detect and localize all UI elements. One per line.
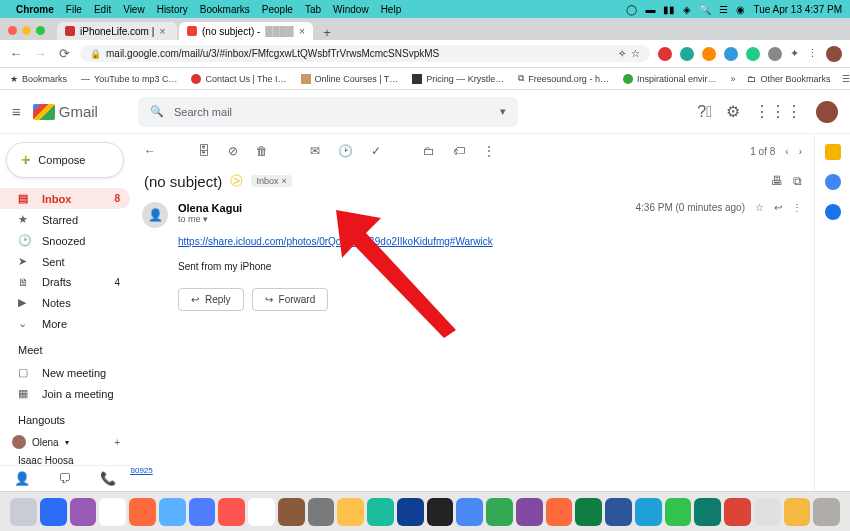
dock-app-icon[interactable] (605, 498, 632, 526)
profile-avatar[interactable] (826, 46, 842, 62)
dock-app-icon[interactable] (456, 498, 483, 526)
dock-app-icon[interactable] (10, 498, 37, 526)
dock-app-icon[interactable] (278, 498, 305, 526)
search-input[interactable]: 🔍 Search mail ▾ (138, 97, 518, 127)
extension-icon[interactable] (680, 47, 694, 61)
archive-icon[interactable]: 🗄 (198, 144, 210, 158)
apps-icon[interactable]: ⋮⋮⋮ (754, 102, 802, 121)
dock-app-icon[interactable] (754, 498, 781, 526)
hangouts-self[interactable]: Olena▾ + (0, 432, 130, 452)
dock-app-icon[interactable] (70, 498, 97, 526)
dock-app-icon[interactable] (694, 498, 721, 526)
keep-app-icon[interactable] (825, 174, 841, 190)
reply-button[interactable]: ↩Reply (178, 288, 244, 311)
extension-icon[interactable] (724, 47, 738, 61)
menubar-file[interactable]: File (66, 4, 82, 15)
extension-icon[interactable] (702, 47, 716, 61)
main-menu-icon[interactable]: ≡ (12, 103, 21, 120)
menubar-edit[interactable]: Edit (94, 4, 111, 15)
sidebar-item-notes[interactable]: ▶Notes (0, 292, 130, 313)
support-icon[interactable]: ?⃝ (697, 103, 712, 121)
dock-app-icon[interactable] (308, 498, 335, 526)
prev-icon[interactable]: ‹ (785, 146, 788, 157)
bookmark-item[interactable]: Inspirational envir… (623, 74, 717, 84)
meet-join[interactable]: ▦Join a meeting (0, 383, 130, 404)
dock-app-icon[interactable] (367, 498, 394, 526)
chrome-menu-icon[interactable]: ⋮ (807, 47, 818, 60)
star-icon[interactable]: ☆ (631, 48, 640, 59)
move-icon[interactable]: 🗀 (423, 144, 435, 158)
dock-app-icon[interactable] (516, 498, 543, 526)
spam-icon[interactable]: ⊘ (228, 144, 238, 158)
overflow-icon[interactable]: » (730, 74, 735, 84)
siri-icon[interactable]: ◉ (736, 4, 745, 15)
unread-icon[interactable]: ✉ (310, 144, 320, 158)
dock-app-icon[interactable] (218, 498, 245, 526)
window-controls[interactable] (8, 26, 45, 35)
site-info-icon[interactable]: ✧ (618, 48, 626, 59)
bookmark-item[interactable]: Online Courses | T… (301, 74, 399, 84)
dock-app-icon[interactable] (159, 498, 186, 526)
menubar-help[interactable]: Help (381, 4, 402, 15)
menubar-people[interactable]: People (262, 4, 293, 15)
recipient-line[interactable]: to me ▾ (178, 214, 242, 224)
print-icon[interactable]: 🖶 (771, 174, 783, 188)
tab-iphonelife[interactable]: iPhoneLife.com | × (57, 22, 177, 40)
menubar-app[interactable]: Chrome (16, 4, 54, 15)
new-tab-button[interactable]: + (315, 25, 339, 40)
close-icon[interactable]: × (299, 25, 305, 37)
sidebar-item-inbox[interactable]: ▤ Inbox 8 (0, 188, 130, 209)
back-icon[interactable]: ← (144, 144, 156, 158)
sidebar-item-snoozed[interactable]: 🕑Snoozed (0, 230, 130, 251)
close-icon[interactable]: × (159, 25, 165, 37)
tab-gmail[interactable]: (no subject) - ████ × (179, 22, 313, 40)
dock-app-icon[interactable] (397, 498, 424, 526)
more-icon[interactable]: ⋮ (483, 144, 495, 158)
dock-app-icon[interactable] (784, 498, 811, 526)
label-chip[interactable]: Inbox× (251, 175, 291, 187)
dock-app-icon[interactable] (813, 498, 840, 526)
dock-app-icon[interactable] (99, 498, 126, 526)
dock-app-icon[interactable] (189, 498, 216, 526)
snooze-icon[interactable]: 🕑 (338, 144, 353, 158)
settings-icon[interactable]: ⚙ (726, 102, 740, 121)
more-icon[interactable]: ⋮ (792, 202, 802, 213)
dock-app-icon[interactable] (40, 498, 67, 526)
sidebar-item-sent[interactable]: ➤Sent (0, 251, 130, 272)
bookmark-item[interactable]: —YouTube to mp3 C… (81, 74, 177, 84)
status-icon[interactable]: ◯ (626, 4, 637, 15)
dock-app-icon[interactable] (427, 498, 454, 526)
label-icon[interactable]: 🏷 (453, 144, 465, 158)
menubar-view[interactable]: View (123, 4, 145, 15)
wifi-icon[interactable]: ◈ (683, 4, 691, 15)
dock-app-icon[interactable] (486, 498, 513, 526)
dock-app-icon[interactable] (575, 498, 602, 526)
icloud-share-link[interactable]: https://share.icloud.com/photos/0rQoSTt6… (178, 236, 493, 247)
forward-button[interactable]: → (32, 46, 48, 61)
dock-app-icon[interactable] (546, 498, 573, 526)
menubar-bookmarks[interactable]: Bookmarks (200, 4, 250, 15)
compose-button[interactable]: + Compose (6, 142, 124, 178)
sidebar-item-drafts[interactable]: 🗎Drafts4 (0, 272, 130, 292)
task-icon[interactable]: ✓ (371, 144, 381, 158)
search-options-icon[interactable]: ▾ (500, 105, 506, 118)
plus-icon[interactable]: + (114, 437, 120, 448)
dock-app-icon[interactable] (635, 498, 662, 526)
bookmark-item[interactable]: ★Bookmarks (10, 74, 67, 84)
extension-icon[interactable] (658, 47, 672, 61)
bookmark-item[interactable]: Contact Us | The I… (191, 74, 286, 84)
calendar-app-icon[interactable] (825, 144, 841, 160)
battery-icon[interactable]: ▮▮ (663, 4, 675, 15)
dock-app-icon[interactable] (248, 498, 275, 526)
sidebar-item-more[interactable]: ⌄More (0, 313, 130, 334)
menubar-window[interactable]: Window (333, 4, 369, 15)
star-icon[interactable]: ☆ (755, 202, 764, 213)
bookmark-item[interactable]: Pricing — Krystle… (412, 74, 504, 84)
person-icon[interactable]: 👤 (14, 471, 30, 486)
dock-app-icon[interactable] (129, 498, 156, 526)
search-icon[interactable]: 🔍 (699, 4, 711, 15)
extensions-menu-icon[interactable]: ✦ (790, 47, 799, 60)
back-button[interactable]: ← (8, 46, 24, 61)
clock[interactable]: Tue Apr 13 4:37 PM (753, 4, 842, 15)
forward-button[interactable]: ↪Forward (252, 288, 329, 311)
